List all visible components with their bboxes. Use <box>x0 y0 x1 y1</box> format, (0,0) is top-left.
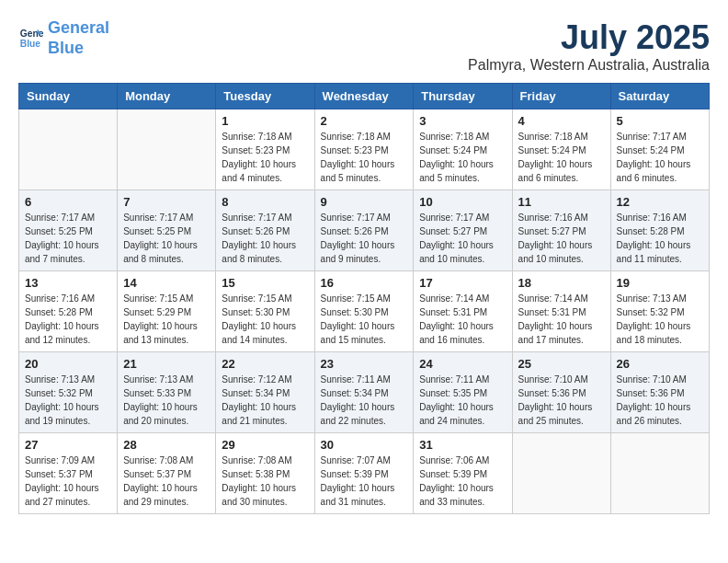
calendar-cell: 27Sunrise: 7:09 AMSunset: 5:37 PMDayligh… <box>19 433 118 514</box>
day-header-thursday: Thursday <box>414 84 512 109</box>
day-info: Sunrise: 7:12 AMSunset: 5:34 PMDaylight:… <box>222 373 308 428</box>
day-info: Sunrise: 7:18 AMSunset: 5:24 PMDaylight:… <box>419 130 506 185</box>
day-info: Sunrise: 7:17 AMSunset: 5:25 PMDaylight:… <box>25 211 111 266</box>
day-number: 3 <box>419 114 506 128</box>
day-number: 1 <box>222 114 308 128</box>
day-info: Sunrise: 7:17 AMSunset: 5:25 PMDaylight:… <box>123 211 210 266</box>
day-info: Sunrise: 7:08 AMSunset: 5:38 PMDaylight:… <box>222 454 308 509</box>
calendar-cell: 28Sunrise: 7:08 AMSunset: 5:37 PMDayligh… <box>118 433 216 514</box>
day-number: 2 <box>321 114 408 128</box>
day-info: Sunrise: 7:10 AMSunset: 5:36 PMDaylight:… <box>617 373 703 428</box>
calendar-cell: 24Sunrise: 7:11 AMSunset: 5:35 PMDayligh… <box>414 352 512 433</box>
day-number: 15 <box>222 276 308 290</box>
day-info: Sunrise: 7:07 AMSunset: 5:39 PMDaylight:… <box>321 454 408 509</box>
calendar-cell: 4Sunrise: 7:18 AMSunset: 5:24 PMDaylight… <box>512 109 610 190</box>
day-info: Sunrise: 7:16 AMSunset: 5:27 PMDaylight:… <box>518 211 605 266</box>
calendar-cell <box>118 109 216 190</box>
day-number: 11 <box>518 195 605 209</box>
day-number: 27 <box>25 438 111 452</box>
month-title: July 2025 <box>468 18 710 57</box>
day-info: Sunrise: 7:17 AMSunset: 5:27 PMDaylight:… <box>419 211 506 266</box>
calendar-cell <box>610 433 709 514</box>
day-number: 19 <box>617 276 703 290</box>
calendar-cell: 16Sunrise: 7:15 AMSunset: 5:30 PMDayligh… <box>314 271 414 352</box>
day-info: Sunrise: 7:17 AMSunset: 5:26 PMDaylight:… <box>222 211 308 266</box>
day-info: Sunrise: 7:17 AMSunset: 5:26 PMDaylight:… <box>321 211 408 266</box>
day-header-sunday: Sunday <box>19 84 118 109</box>
calendar-cell: 31Sunrise: 7:06 AMSunset: 5:39 PMDayligh… <box>414 433 512 514</box>
svg-text:Blue: Blue <box>20 39 41 49</box>
day-number: 24 <box>419 357 506 371</box>
calendar-cell: 29Sunrise: 7:08 AMSunset: 5:38 PMDayligh… <box>216 433 314 514</box>
calendar-cell: 9Sunrise: 7:17 AMSunset: 5:26 PMDaylight… <box>314 190 414 271</box>
day-info: Sunrise: 7:18 AMSunset: 5:23 PMDaylight:… <box>222 130 308 185</box>
day-info: Sunrise: 7:16 AMSunset: 5:28 PMDaylight:… <box>25 292 111 347</box>
calendar-cell: 1Sunrise: 7:18 AMSunset: 5:23 PMDaylight… <box>216 109 314 190</box>
day-info: Sunrise: 7:15 AMSunset: 5:30 PMDaylight:… <box>222 292 308 347</box>
day-info: Sunrise: 7:08 AMSunset: 5:37 PMDaylight:… <box>123 454 210 509</box>
day-info: Sunrise: 7:13 AMSunset: 5:32 PMDaylight:… <box>617 292 703 347</box>
day-number: 28 <box>123 438 210 452</box>
day-number: 9 <box>321 195 408 209</box>
calendar-header-row: SundayMondayTuesdayWednesdayThursdayFrid… <box>19 84 710 109</box>
calendar-week-5: 27Sunrise: 7:09 AMSunset: 5:37 PMDayligh… <box>19 433 710 514</box>
calendar-week-4: 20Sunrise: 7:13 AMSunset: 5:32 PMDayligh… <box>19 352 710 433</box>
logo-icon: General Blue <box>18 26 44 52</box>
day-header-tuesday: Tuesday <box>216 84 314 109</box>
calendar-cell: 2Sunrise: 7:18 AMSunset: 5:23 PMDaylight… <box>314 109 414 190</box>
day-number: 22 <box>222 357 308 371</box>
day-info: Sunrise: 7:18 AMSunset: 5:23 PMDaylight:… <box>321 130 408 185</box>
day-info: Sunrise: 7:13 AMSunset: 5:33 PMDaylight:… <box>123 373 210 428</box>
calendar-cell: 21Sunrise: 7:13 AMSunset: 5:33 PMDayligh… <box>118 352 216 433</box>
day-number: 10 <box>419 195 506 209</box>
day-number: 21 <box>123 357 210 371</box>
day-header-saturday: Saturday <box>610 84 709 109</box>
calendar-week-3: 13Sunrise: 7:16 AMSunset: 5:28 PMDayligh… <box>19 271 710 352</box>
day-number: 14 <box>123 276 210 290</box>
calendar-cell: 15Sunrise: 7:15 AMSunset: 5:30 PMDayligh… <box>216 271 314 352</box>
day-info: Sunrise: 7:16 AMSunset: 5:28 PMDaylight:… <box>617 211 703 266</box>
day-header-monday: Monday <box>118 84 216 109</box>
day-info: Sunrise: 7:15 AMSunset: 5:30 PMDaylight:… <box>321 292 408 347</box>
day-info: Sunrise: 7:11 AMSunset: 5:35 PMDaylight:… <box>419 373 506 428</box>
calendar-cell: 23Sunrise: 7:11 AMSunset: 5:34 PMDayligh… <box>314 352 414 433</box>
calendar-week-1: 1Sunrise: 7:18 AMSunset: 5:23 PMDaylight… <box>19 109 710 190</box>
logo-text: General Blue <box>48 18 109 58</box>
calendar-cell: 25Sunrise: 7:10 AMSunset: 5:36 PMDayligh… <box>512 352 610 433</box>
calendar-cell: 22Sunrise: 7:12 AMSunset: 5:34 PMDayligh… <box>216 352 314 433</box>
day-number: 26 <box>617 357 703 371</box>
day-number: 23 <box>321 357 408 371</box>
day-info: Sunrise: 7:10 AMSunset: 5:36 PMDaylight:… <box>518 373 605 428</box>
calendar-cell: 19Sunrise: 7:13 AMSunset: 5:32 PMDayligh… <box>610 271 709 352</box>
day-header-wednesday: Wednesday <box>314 84 414 109</box>
day-number: 25 <box>518 357 605 371</box>
day-info: Sunrise: 7:06 AMSunset: 5:39 PMDaylight:… <box>419 454 506 509</box>
day-info: Sunrise: 7:15 AMSunset: 5:29 PMDaylight:… <box>123 292 210 347</box>
calendar-cell: 3Sunrise: 7:18 AMSunset: 5:24 PMDaylight… <box>414 109 512 190</box>
calendar-cell: 14Sunrise: 7:15 AMSunset: 5:29 PMDayligh… <box>118 271 216 352</box>
day-info: Sunrise: 7:13 AMSunset: 5:32 PMDaylight:… <box>25 373 111 428</box>
calendar-cell: 11Sunrise: 7:16 AMSunset: 5:27 PMDayligh… <box>512 190 610 271</box>
title-section: July 2025 Palmyra, Western Australia, Au… <box>468 18 710 74</box>
calendar-week-2: 6Sunrise: 7:17 AMSunset: 5:25 PMDaylight… <box>19 190 710 271</box>
day-info: Sunrise: 7:18 AMSunset: 5:24 PMDaylight:… <box>518 130 605 185</box>
day-info: Sunrise: 7:14 AMSunset: 5:31 PMDaylight:… <box>518 292 605 347</box>
day-number: 13 <box>25 276 111 290</box>
calendar-cell: 8Sunrise: 7:17 AMSunset: 5:26 PMDaylight… <box>216 190 314 271</box>
day-number: 29 <box>222 438 308 452</box>
day-info: Sunrise: 7:11 AMSunset: 5:34 PMDaylight:… <box>321 373 408 428</box>
calendar-cell: 17Sunrise: 7:14 AMSunset: 5:31 PMDayligh… <box>414 271 512 352</box>
day-header-friday: Friday <box>512 84 610 109</box>
calendar-cell: 5Sunrise: 7:17 AMSunset: 5:24 PMDaylight… <box>610 109 709 190</box>
day-number: 5 <box>617 114 703 128</box>
page-header: General Blue General Blue July 2025 Palm… <box>18 18 710 74</box>
day-number: 4 <box>518 114 605 128</box>
day-number: 16 <box>321 276 408 290</box>
calendar-cell <box>512 433 610 514</box>
calendar-cell: 6Sunrise: 7:17 AMSunset: 5:25 PMDaylight… <box>19 190 118 271</box>
day-number: 7 <box>123 195 210 209</box>
calendar-cell: 20Sunrise: 7:13 AMSunset: 5:32 PMDayligh… <box>19 352 118 433</box>
logo: General Blue General Blue <box>18 18 109 58</box>
day-number: 12 <box>617 195 703 209</box>
day-number: 31 <box>419 438 506 452</box>
